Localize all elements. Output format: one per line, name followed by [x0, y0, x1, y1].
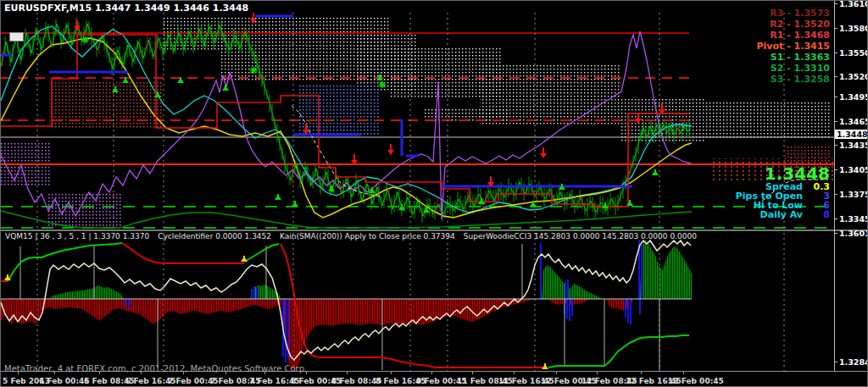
star-signal — [379, 81, 386, 88]
indicator-cloud — [299, 86, 380, 135]
price-label: 1.3435 — [839, 141, 868, 150]
price-label: 1.3610 — [839, 0, 868, 8]
kain-line — [244, 244, 279, 262]
down-arrow-signal — [387, 150, 394, 155]
indicator-header-vqm: VQM15 | 36 , 3 , 5 , 1 | 1.3370 1.3370 — [5, 232, 149, 240]
blue-bar — [639, 299, 641, 314]
chart-marker-tag — [9, 32, 24, 41]
scale-tick — [834, 218, 837, 219]
time-tick — [391, 372, 392, 374]
indicator-cloud — [704, 101, 830, 138]
time-tick — [18, 372, 19, 374]
blue-bar — [566, 299, 568, 319]
main-chart-canvas[interactable] — [1, 1, 834, 230]
price-label: 1.3550 — [839, 48, 868, 58]
pivot-row-pivot: Pivot - 1.3415 — [757, 41, 831, 52]
indicator-header-cycleidentifier: CycleIdentifier 0.0000 1.3452 — [158, 232, 271, 240]
blue-bar — [128, 299, 130, 307]
time-tick — [597, 372, 598, 374]
scale-tick — [834, 121, 837, 122]
price-label: 1.3520 — [839, 72, 868, 81]
time-tick — [54, 372, 55, 374]
price-label: 1.3405 — [839, 165, 868, 174]
window-divider[interactable] — [1, 229, 868, 231]
scale-tick — [834, 194, 837, 195]
time-tick — [347, 372, 348, 374]
blue-bar — [567, 279, 569, 299]
blue-bar — [641, 245, 643, 299]
blue-bar — [625, 299, 626, 318]
time-tick — [306, 372, 307, 374]
pivot-row-r1: R1 - 1.3468 — [757, 30, 831, 41]
blue-bar — [125, 299, 127, 306]
current-price-tag: 1.3448 — [835, 130, 868, 139]
scale-tick — [834, 97, 837, 97]
time-label: 6 Feb 00:45 — [39, 377, 90, 385]
price-label: 1.3465 — [839, 117, 868, 126]
blue-bar — [569, 299, 570, 321]
mt4-window: EURUSDFXF,M15 1.3447 1.3449 1.3446 1.344… — [0, 0, 868, 387]
pivot-levels-panel: R3 - 1.3573R2 - 1.3520R1 - 1.3468Pivot -… — [757, 8, 831, 85]
time-tick — [431, 372, 432, 374]
indicator-cloud — [425, 108, 509, 121]
scale-tick — [834, 233, 837, 234]
time-tick — [641, 372, 642, 374]
scale-tick — [834, 76, 837, 77]
blue-bar — [253, 286, 255, 299]
indicator-header: VQM15 | 36 , 3 , 5 , 1 | 1.3370 1.3370Cy… — [5, 232, 705, 240]
blue-bar — [251, 289, 253, 299]
scale-tick — [834, 169, 837, 170]
price-label: 1.3580 — [839, 24, 868, 33]
time-tick — [683, 372, 684, 374]
indicator-header-superwoodiecci: SuperWoodieCCI3 145.2803 0.0000 145.2803… — [464, 232, 697, 240]
time-tick — [514, 372, 515, 374]
time-tick — [556, 372, 557, 374]
blue-bar — [627, 299, 629, 323]
current-price-display: 1.3448 — [736, 165, 830, 182]
scale-tick — [834, 145, 837, 146]
blue-bar — [540, 243, 542, 299]
quote-info-panel: 1.3448 Spread0.3Pips to Open3Hi to Low6D… — [736, 165, 830, 219]
histogram-negative — [606, 299, 633, 311]
lower-indicator-canvas[interactable] — [1, 231, 834, 371]
pivot-row-s3: S3 - 1.3258 — [757, 74, 831, 85]
pivot-row-r3: R3 - 1.3573 — [757, 8, 831, 19]
scale-tick — [834, 3, 837, 4]
kain-line — [548, 335, 689, 368]
quote-info-rows: Spread0.3Pips to Open3Hi to Low6Daily Av… — [736, 182, 830, 219]
histogram-positive — [640, 240, 692, 299]
time-tick — [141, 372, 142, 374]
time-tick — [472, 372, 473, 374]
blue-bar — [630, 299, 632, 324]
price-label: 1.3375 — [839, 190, 868, 199]
histogram-positive — [48, 285, 125, 299]
kain-line — [122, 243, 244, 263]
watermark: MetaTrader, 4 at FOREX.com, c 2001-2012,… — [4, 364, 307, 373]
info-row-daily-av: Daily Av8 — [736, 210, 830, 219]
blue-bar — [565, 282, 566, 299]
price-label: 1.3345 — [839, 214, 868, 224]
time-label: 13 Feb 00:45 — [668, 377, 724, 385]
scale-tick — [834, 362, 837, 362]
histogram-negative — [1, 299, 535, 369]
sub-price-label: 1.3601 — [839, 229, 868, 238]
price-label: 1.3495 — [839, 92, 868, 102]
scale-tick — [834, 53, 837, 53]
indicator-header-kain: Kain(SMA((200)) Apply to Close price 0.3… — [280, 232, 455, 240]
time-tick — [183, 372, 184, 374]
time-tick — [264, 372, 265, 374]
star-signal — [82, 36, 89, 43]
time-tick — [225, 372, 226, 374]
chart-title: EURUSDFXF,M15 1.3447 1.3449 1.3446 1.344… — [4, 3, 248, 14]
indicator-cloud — [47, 192, 122, 228]
pivot-row-s1: S1 - 1.3363 — [757, 52, 831, 63]
time-tick — [99, 372, 100, 374]
blue-bar — [571, 299, 573, 316]
blue-bar — [256, 288, 258, 299]
time-label: 8 Feb 08:45 — [331, 377, 382, 385]
pivot-row-r2: R2 - 1.3520 — [757, 19, 831, 30]
scale-tick — [834, 28, 837, 29]
kain-line — [8, 243, 122, 281]
down-arrow-signal — [540, 153, 547, 158]
sub-price-label: 1.3284 — [839, 357, 868, 367]
